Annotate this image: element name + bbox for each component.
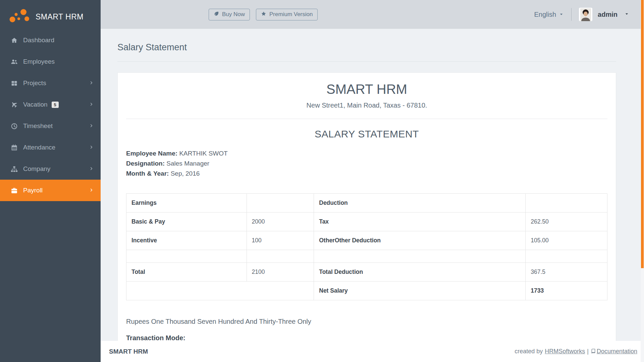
- deduction-header: Deduction: [314, 194, 526, 213]
- sidebar-item-label: Payroll: [23, 187, 43, 194]
- salary-row: Total2100Total Deduction367.5: [126, 263, 607, 282]
- month-year-value: Sep, 2016: [171, 170, 200, 177]
- sidebar-item-timesheet[interactable]: Timesheet: [0, 115, 101, 137]
- employee-name-label: Employee Name:: [126, 150, 177, 157]
- company-name: SMART HRM: [126, 82, 607, 97]
- month-year-label: Month & Year:: [126, 170, 169, 177]
- caret-down-icon: [559, 11, 564, 18]
- vacation-count-badge: 5: [52, 102, 59, 108]
- topbar-buttons: Buy Now Premium Version: [209, 9, 318, 20]
- brand-dots-icon: [9, 9, 31, 25]
- buy-now-button[interactable]: Buy Now: [209, 9, 250, 20]
- brand-name: SMART HRM: [36, 12, 84, 21]
- statement-heading: SALARY STATEMENT: [126, 128, 607, 140]
- chevron-right-icon: [89, 144, 94, 151]
- plane-icon: [10, 101, 18, 108]
- user-menu[interactable]: admin: [598, 11, 629, 18]
- table-cell: [126, 250, 247, 263]
- salary-row: Basic & Pay2000Tax262.50: [126, 213, 607, 231]
- sidebar-item-label: Attendance: [23, 144, 55, 151]
- earning-label: Basic & Pay: [126, 213, 247, 231]
- spacer-row: [126, 250, 607, 263]
- deduction-label: OtherOther Deduction: [314, 231, 526, 250]
- net-salary-label: Net Salary: [314, 282, 526, 300]
- chevron-right-icon: [89, 187, 94, 194]
- user-avatar[interactable]: [579, 8, 592, 21]
- caret-down-icon: [624, 11, 629, 18]
- premium-version-label: Premium Version: [269, 11, 313, 18]
- earnings-header: Earnings: [126, 194, 247, 213]
- employee-details: Employee Name: KARTHIK SWOT Designation:…: [126, 148, 607, 179]
- documentation-link[interactable]: Documentation: [597, 348, 637, 355]
- sidebar-item-payroll[interactable]: Payroll: [0, 180, 101, 201]
- main-content: Salary Statement SMART HRM New Street1, …: [101, 29, 644, 362]
- user-name: admin: [598, 11, 618, 18]
- language-dropdown[interactable]: English: [534, 11, 564, 18]
- chevron-right-icon: [89, 79, 94, 87]
- table-header-row: Earnings Deduction: [126, 194, 607, 213]
- users-icon: [10, 58, 18, 65]
- star-icon: [261, 11, 266, 18]
- designation-label: Designation:: [126, 160, 165, 167]
- salary-row: Incentive100OtherOther Deduction105.00: [126, 231, 607, 250]
- footer-credits: created by HRMSoftworks | Documentation: [515, 348, 637, 355]
- topbar-right: English admin: [534, 8, 644, 21]
- month-year-row: Month & Year: Sep, 2016: [126, 169, 607, 179]
- table-cell: [314, 250, 526, 263]
- title-divider: [117, 61, 616, 62]
- footer: SMART HRM created by HRMSoftworks | Docu…: [101, 341, 644, 362]
- chevron-right-icon: [89, 122, 94, 130]
- deduction-value: 367.5: [526, 263, 607, 282]
- deduction-label: Total Deduction: [314, 263, 526, 282]
- grid-icon: [10, 80, 18, 87]
- footer-brand: SMART HRM: [109, 348, 148, 355]
- table-cell: [126, 282, 314, 300]
- buy-now-label: Buy Now: [222, 11, 245, 18]
- scrollbar-thumb[interactable]: [641, 0, 644, 268]
- briefcase-icon: [10, 187, 18, 194]
- employee-name-row: Employee Name: KARTHIK SWOT: [126, 148, 607, 159]
- table-cell: [526, 250, 607, 263]
- sidebar-item-company[interactable]: Company: [0, 158, 101, 180]
- home-icon: [10, 37, 18, 44]
- calendar-icon: [10, 144, 18, 151]
- sidebar-item-projects[interactable]: Projects: [0, 72, 101, 94]
- company-address: New Street1, Main Road, Taxas - 67810.: [126, 102, 607, 109]
- created-by-text: created by: [515, 348, 543, 355]
- sidebar-item-vacation[interactable]: Vacation5: [0, 94, 101, 115]
- earning-value: 2100: [247, 263, 314, 282]
- earning-label: Incentive: [126, 231, 247, 250]
- salary-table: Earnings Deduction Basic & Pay2000Tax262…: [126, 193, 607, 300]
- sidebar-item-employees[interactable]: Employees: [0, 51, 101, 72]
- amount-in-words: Rupees One Thousand Seven Hundred And Th…: [126, 318, 607, 325]
- table-cell: [247, 250, 314, 263]
- card-divider: [126, 119, 607, 119]
- page-scrollbar[interactable]: [641, 0, 644, 362]
- deduction-value-header: [526, 194, 607, 213]
- sidebar-item-attendance[interactable]: Attendance: [0, 137, 101, 158]
- net-salary-row: Net Salary1733: [126, 282, 607, 300]
- designation-value: Sales Manager: [166, 160, 209, 167]
- sidebar-item-label: Projects: [23, 79, 46, 87]
- sidebar: SMART HRM DashboardEmployeesProjectsVaca…: [0, 0, 101, 362]
- employee-name-value: KARTHIK SWOT: [179, 150, 227, 157]
- premium-version-button[interactable]: Premium Version: [256, 9, 318, 20]
- footer-separator: |: [587, 348, 589, 355]
- earning-value: 2000: [247, 213, 314, 231]
- earning-value: 100: [247, 231, 314, 250]
- sidebar-item-label: Employees: [23, 58, 55, 65]
- creator-link[interactable]: HRMSoftworks: [545, 348, 585, 355]
- deduction-value: 105.00: [526, 231, 607, 250]
- sidebar-item-label: Timesheet: [23, 122, 53, 130]
- earnings-value-header: [247, 194, 314, 213]
- sidebar-nav: DashboardEmployeesProjectsVacation5Times…: [0, 29, 101, 201]
- sidebar-item-label: Company: [23, 165, 50, 173]
- page-title: Salary Statement: [117, 42, 616, 53]
- language-label: English: [534, 11, 556, 18]
- chevron-right-icon: [89, 101, 94, 108]
- app-logo[interactable]: SMART HRM: [0, 0, 101, 26]
- book-icon: [591, 348, 596, 355]
- earning-label: Total: [126, 263, 247, 282]
- sidebar-item-dashboard[interactable]: Dashboard: [0, 29, 101, 51]
- designation-row: Designation: Sales Manager: [126, 159, 607, 169]
